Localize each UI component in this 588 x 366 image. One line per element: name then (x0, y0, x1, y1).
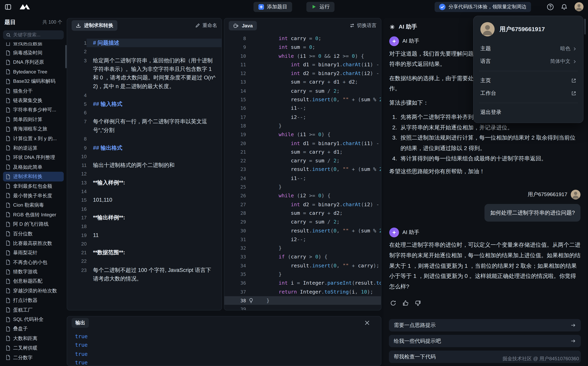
sidebar-item[interactable]: 猫鱼分干 (3, 86, 64, 96)
sidebar-item[interactable]: 和的逆运算 (3, 143, 64, 153)
sidebar-item[interactable]: 字符串有多少种可... (3, 105, 64, 115)
problem-title-tab[interactable]: 进制求和转换 (72, 20, 117, 31)
code-line[interactable]: 23 result.insert(0, "" + (sum % 2)); (224, 165, 381, 174)
code-line[interactable]: 21 sum = carry + d1; (224, 148, 381, 156)
code-line[interactable]: 18 } (224, 122, 381, 130)
line-number: 38 (224, 296, 246, 305)
sidebar-item[interactable]: SQL 代码补全 (3, 315, 64, 324)
sidebar-item[interactable]: 创意标题匹配 (3, 277, 64, 286)
menu-item-workbench[interactable]: 工作台 (477, 87, 580, 100)
app-logo[interactable] (18, 3, 31, 10)
sidebar-item[interactable]: 暴雨梨花针 (3, 248, 64, 258)
sidebar-item[interactable]: 阿 D 的飞行路线 (3, 220, 64, 229)
code-line[interactable]: 9 int sum = 0; (224, 43, 381, 52)
sidebar-item[interactable]: 查找热点数据 (3, 42, 64, 48)
bell-icon[interactable] (561, 3, 568, 10)
sidebar-item[interactable]: 及格如此简单 (3, 162, 64, 172)
code-line[interactable]: 27 int d2 = binary2.charAt(i2) - '0'; (224, 200, 381, 209)
code-line[interactable]: 38 } (224, 296, 381, 305)
search-box[interactable] (3, 30, 64, 39)
code-line[interactable]: 17 i2--; (224, 113, 381, 122)
sidebar-item[interactable]: Bytedance Tree (3, 67, 64, 77)
sidebar-item[interactable]: 青海湖租车之旅 (3, 124, 64, 134)
sidebar-toggle-icon[interactable] (5, 3, 12, 10)
lightbulb-icon[interactable] (248, 298, 254, 303)
code-line[interactable]: 25 } (224, 183, 381, 191)
code-line[interactable]: 35 } (224, 270, 381, 279)
thumbs-down-icon[interactable] (415, 300, 421, 306)
rename-button[interactable]: 重命名 (195, 22, 217, 29)
code-line[interactable]: 24 i1--; (224, 174, 381, 183)
sidebar-item[interactable]: 穿越沙漠的补给次数 (3, 286, 64, 296)
sidebar-item[interactable]: 病毒感染时间 (3, 48, 64, 58)
sidebar-item[interactable]: 计算位置 x 到 y 的... (3, 134, 64, 143)
menu-item-home[interactable]: 主页 (477, 74, 580, 87)
line-number: 23 (67, 266, 87, 283)
code-line[interactable]: 10 while (i1 >= 0 && i2 >= 0) { (224, 52, 381, 60)
code-line[interactable]: 30 result.insert(0, "" + (sum % 2)); (224, 226, 381, 235)
output-tab[interactable]: 输出 (72, 318, 89, 328)
menu-item-language[interactable]: 语言 简体中文 (477, 55, 580, 68)
code-line[interactable]: 31 i2--; (224, 235, 381, 244)
ai-scrollbar-thumb[interactable] (584, 19, 586, 34)
menu-item-theme[interactable]: 主题 暗色 (477, 42, 580, 55)
sidebar-item[interactable]: 百分位数 (3, 229, 64, 239)
markdown-lines[interactable]: 1# 问题描述23给定两个二进制字符串，返回他们的和（用十进制字符串表示）。输入… (67, 32, 221, 310)
code-line[interactable]: 26 while (i2 >= 0) { (224, 191, 381, 200)
language-tab[interactable]: Java (229, 21, 257, 30)
sidebar-item[interactable]: 叠盘子 (3, 324, 64, 334)
sidebar-item[interactable]: 猜数字游戏 (3, 267, 64, 277)
code-line[interactable]: 28 sum = carry + d2; (224, 209, 381, 218)
code-line[interactable]: 29 carry = sum / 2; (224, 218, 381, 226)
sidebar-scrollbar-thumb[interactable] (65, 45, 67, 68)
code-line[interactable]: 36 int i = Integer.parseInt(result.toStr… (224, 279, 381, 287)
sidebar-item[interactable]: 简单四则计算 (3, 115, 64, 124)
thumbs-up-icon[interactable] (402, 300, 409, 306)
code-line[interactable]: 32 } (224, 244, 381, 252)
code-line[interactable]: 15 result.insert(0, "" + (sum % 2)); (224, 95, 381, 104)
code-line[interactable]: 33 if (carry > 0) { (224, 252, 381, 261)
sidebar-item[interactable]: 链表聚集交换 (3, 96, 64, 105)
menu-item-logout[interactable]: 退出登录 (477, 106, 580, 119)
switch-language-button[interactable]: 切换语言 (350, 22, 377, 29)
help-icon[interactable] (547, 3, 554, 10)
code-line[interactable]: 22 carry = sum / 2; (224, 156, 381, 165)
code-line[interactable]: 39 (224, 305, 381, 310)
close-output-icon[interactable] (365, 320, 370, 325)
sidebar-item[interactable]: 不再贪心的小包 (3, 258, 64, 267)
line-number: 30 (224, 226, 246, 235)
sidebar-item[interactable]: 二叉树供暖 (3, 343, 64, 353)
code-line[interactable]: 14 carry = sum / 2; (224, 87, 381, 95)
sidebar-item[interactable]: 最小替换子串长度 (3, 191, 64, 200)
sidebar-item[interactable]: 环状 DNA 序列整理 (3, 153, 64, 162)
suggestion-chip[interactable]: 给我一些代码提示吧 (389, 335, 581, 347)
search-input[interactable] (13, 32, 61, 37)
sidebar-item[interactable]: RGB 色值转 Integer (3, 210, 64, 220)
code-line[interactable]: 16 i1--; (224, 104, 381, 113)
code-line[interactable]: 19 while (i1 >= 0) { (224, 130, 381, 139)
sidebar-item[interactable]: DNA 序列还原 (3, 58, 64, 67)
sidebar-item[interactable]: 二分数字 (3, 353, 64, 362)
sidebar-item[interactable]: 比赛最高获胜次数 (3, 239, 64, 248)
sidebar-item[interactable]: 蛋糕工厂 (3, 305, 64, 315)
code-line[interactable]: 20 int d1 = binary1.charAt(i1) - '0'; (224, 139, 381, 148)
run-button[interactable]: 运行 (306, 2, 335, 12)
promo-banner[interactable]: 分享代码练习体验，领限量定制周边 (435, 2, 531, 12)
code-line[interactable]: 34 result.insert(0, "" + carry); (224, 261, 381, 270)
sidebar-item[interactable]: 打点计数器 (3, 296, 64, 305)
code-line[interactable]: 11 int d1 = binary1.charAt(i1) - '0'; (224, 60, 381, 69)
suggestion-chip[interactable]: 需要一点思路提示 (389, 319, 581, 331)
add-problem-button[interactable]: 添加题目 (253, 2, 292, 12)
code-line[interactable]: 8 int carry = 0; (224, 34, 381, 43)
sidebar-item[interactable]: 大数和距离 (3, 334, 64, 343)
code-lines[interactable]: 8 int carry = 0;9 int sum = 0;10 while (… (224, 32, 381, 310)
user-avatar[interactable] (574, 2, 583, 11)
sidebar-item[interactable]: 进制求和转换 (3, 172, 64, 181)
sidebar-item[interactable]: 拿到最多红包金额 (3, 181, 64, 191)
sidebar-item[interactable]: Cion 勒索病毒 (3, 200, 64, 210)
code-line[interactable]: 37 return Integer.toString(i, 10); (224, 287, 381, 296)
code-line[interactable]: 12 int d2 = binary2.charAt(i2) - '0'; (224, 69, 381, 78)
sidebar-item[interactable]: Base32 编码和解码 (3, 77, 64, 86)
code-line[interactable]: 13 sum = carry + d1 + d2; (224, 78, 381, 87)
regenerate-icon[interactable] (390, 300, 397, 306)
